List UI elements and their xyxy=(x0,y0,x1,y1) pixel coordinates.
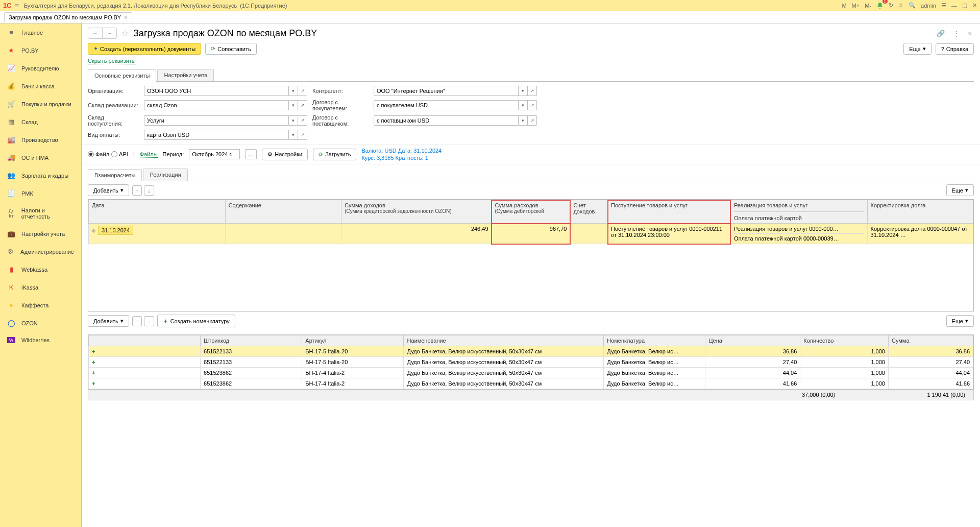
dropdown-icon[interactable]: ▾ xyxy=(289,115,298,126)
sidebar-item-manager[interactable]: 📈Руководителю xyxy=(0,59,81,77)
col-name[interactable]: Наименование xyxy=(404,336,604,346)
currency-link-2[interactable]: Курс: 3,3185 Кратность: 1 xyxy=(361,155,442,161)
open-ref-icon[interactable]: ↗ xyxy=(298,86,307,96)
open-ref-icon[interactable]: ↗ xyxy=(528,100,537,110)
settings-lines-icon[interactable]: ☰ xyxy=(941,2,946,9)
search-icon[interactable]: 🔍 xyxy=(909,2,916,9)
table-row[interactable]: + 651522133БН-17-5 Italia-20Дудо Банкетк… xyxy=(89,346,973,357)
dropdown-icon[interactable]: ▾ xyxy=(519,115,528,126)
settings-button[interactable]: ⚙ Настройки xyxy=(262,149,308,160)
field-skp[interactable]: ▾↗ xyxy=(144,115,307,126)
period-input[interactable] xyxy=(189,149,240,159)
create-refill-button[interactable]: ✦ Создать (перезаполнить) документы xyxy=(88,43,201,55)
open-ref-icon[interactable]: ↗ xyxy=(528,86,537,96)
period-picker-icon[interactable]: … xyxy=(245,149,257,159)
close-icon[interactable]: ✕ xyxy=(972,2,977,9)
col-expand[interactable] xyxy=(89,336,201,346)
close-page-icon[interactable]: × xyxy=(966,29,974,38)
table-row[interactable]: ⊕31.10.2024 246,49 967,70 Поступление то… xyxy=(89,224,973,244)
radio-file[interactable]: Файл xyxy=(88,151,109,157)
table2[interactable]: Штрихкод Артикул Наименование Номенклату… xyxy=(88,334,974,390)
expand-row-icon[interactable]: + xyxy=(92,370,95,376)
add-button-1[interactable]: Добавить ▾ xyxy=(88,184,129,196)
field-kont[interactable]: ▾↗ xyxy=(374,86,537,96)
favorite-star-icon[interactable]: ☆ xyxy=(121,28,129,39)
sidebar-item-production[interactable]: 🏭Производство xyxy=(0,131,81,149)
open-ref-icon[interactable]: ↗ xyxy=(298,100,307,110)
field-skr[interactable]: ▾↗ xyxy=(144,100,307,110)
close-tab-icon[interactable]: × xyxy=(124,14,127,20)
sidebar-item-ikassa[interactable]: KiKassa xyxy=(0,278,81,296)
sidebar-item-ozon[interactable]: ◯OZON xyxy=(0,314,81,332)
more-button-2[interactable]: Еще ▾ xyxy=(946,315,974,327)
table-row[interactable]: + 651523862БН-17-4 Italia-2Дудо Банкетка… xyxy=(89,378,973,389)
help-button[interactable]: ? Справка xyxy=(936,43,974,55)
expand-row-icon[interactable]: + xyxy=(92,380,95,387)
add-button-2[interactable]: Добавить ▾ xyxy=(88,315,129,327)
col-correction[interactable]: Корректировка долга xyxy=(867,200,973,224)
field-pay[interactable]: ▾↗ xyxy=(144,130,307,140)
dropdown-icon[interactable]: ▾ xyxy=(289,100,298,110)
file-tab[interactable]: Загрузка продаж OZON по месяцам PO.BY × xyxy=(4,12,132,22)
col-realization[interactable]: Реализация товаров и услугОплата платежн… xyxy=(730,200,867,224)
more-dots-icon[interactable]: ⋮ xyxy=(951,29,962,38)
sidebar-item-poby[interactable]: ★PO.BY xyxy=(0,41,81,59)
open-ref-icon[interactable]: ↗ xyxy=(528,115,537,126)
col-income[interactable]: Сумма доходов(Сумма кредиторской задолже… xyxy=(341,200,492,224)
expand-row-icon[interactable]: + xyxy=(92,348,95,354)
expand-row-icon[interactable]: + xyxy=(92,359,95,365)
col-income-acc[interactable]: Счет доходов xyxy=(570,200,608,224)
col-qty[interactable]: Количество xyxy=(800,336,889,346)
sidebar-item-settings[interactable]: 💼Настройки учета xyxy=(0,225,81,243)
history-icon[interactable]: ↻ xyxy=(889,2,893,9)
more-button[interactable]: Еще ▾ xyxy=(903,43,931,55)
sidebar-item-webkassa[interactable]: ▮Webkassa xyxy=(0,260,81,278)
sidebar-item-os[interactable]: 🚚ОС и НМА xyxy=(0,149,81,166)
star-icon[interactable]: ☆ xyxy=(898,2,903,9)
bell-icon[interactable]: 1 xyxy=(876,2,884,9)
dropdown-icon[interactable]: ▾ xyxy=(289,130,298,140)
tab-realizations[interactable]: Реализации xyxy=(143,169,187,181)
radio-api[interactable]: API xyxy=(111,151,128,157)
col-article[interactable]: Артикул xyxy=(302,336,404,346)
tab-settlements[interactable]: Взаиморасчеты xyxy=(88,169,142,181)
m-button[interactable]: M xyxy=(842,3,846,9)
col-nom[interactable]: Номенклатура xyxy=(604,336,705,346)
sidebar-item-kaffesta[interactable]: ●Каффеста xyxy=(0,296,81,314)
field-dpok[interactable]: ▾↗ xyxy=(374,100,537,110)
mplus-button[interactable]: M+ xyxy=(852,3,860,9)
nav-forward-icon[interactable]: → xyxy=(103,28,116,38)
col-sum[interactable]: Сумма xyxy=(888,336,973,346)
dropdown-icon[interactable]: ▾ xyxy=(519,86,528,96)
hamburger-icon[interactable]: ≡ xyxy=(15,2,19,10)
move-down-button[interactable]: ↓ xyxy=(144,185,154,196)
load-button[interactable]: ⟳ Загрузить xyxy=(313,149,356,160)
sidebar-item-wildberries[interactable]: WWildberries xyxy=(0,332,81,348)
user-label[interactable]: admin xyxy=(921,3,936,9)
col-content[interactable]: Содержание xyxy=(225,200,341,224)
table-row[interactable]: + 651522133БН-17-5 Italia-20Дудо Банкетк… xyxy=(89,357,973,368)
sidebar-item-warehouse[interactable]: ▦Склад xyxy=(0,113,81,131)
col-expense[interactable]: Сумма расходов(Сумма дебиторской xyxy=(492,200,570,224)
create-nomenclature-button[interactable]: ＋ Создать номенклатуру xyxy=(157,315,235,327)
link-icon[interactable]: 🔗 xyxy=(935,29,947,38)
mminus-button[interactable]: M- xyxy=(865,3,871,9)
sidebar-item-tax[interactable]: ДтКтНалоги и отчетность xyxy=(0,202,81,225)
table-row[interactable]: + 651523862БН-17-4 Italia-2Дудо Банкетка… xyxy=(89,368,973,378)
sidebar-item-trade[interactable]: 🛒Покупки и продажи xyxy=(0,95,81,113)
col-date[interactable]: Дата xyxy=(89,200,226,224)
tab-acc-settings[interactable]: Настройки учета xyxy=(157,69,214,81)
sidebar-item-salary[interactable]: 👥Зарплата и кадры xyxy=(0,166,81,184)
move-up-button[interactable]: ↑ xyxy=(132,185,142,196)
expand-icon[interactable]: ⊕ xyxy=(92,228,96,233)
field-org[interactable]: ▾↗ xyxy=(144,86,307,96)
dropdown-icon[interactable]: ▾ xyxy=(519,100,528,110)
maximize-icon[interactable]: ▢ xyxy=(962,2,967,9)
col-receipt[interactable]: Поступление товаров и услуг xyxy=(608,200,731,224)
currency-link-1[interactable]: Валюта: USD Дата: 31.10.2024 xyxy=(361,148,442,154)
files-link[interactable]: Файлы xyxy=(140,151,158,158)
more-button-1[interactable]: Еще ▾ xyxy=(946,184,974,196)
sidebar-item-rmk[interactable]: 🧾РМК xyxy=(0,184,81,202)
open-ref-icon[interactable]: ↗ xyxy=(298,115,307,126)
minimize-icon[interactable]: — xyxy=(951,3,957,9)
